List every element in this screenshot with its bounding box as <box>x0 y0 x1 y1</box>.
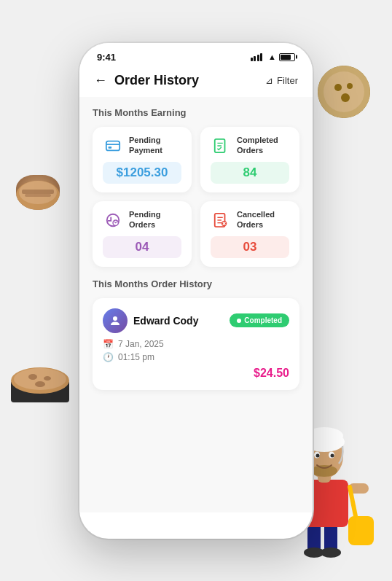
filter-button[interactable]: ⊿ Filter <box>265 75 298 86</box>
user-name: Edward Cody <box>133 315 198 327</box>
status-time: 9:41 <box>97 52 116 63</box>
svg-point-17 <box>324 71 364 112</box>
svg-point-33 <box>304 547 324 558</box>
clock-icon: 🕐 <box>103 352 114 362</box>
stat-label-row: PendingPayment <box>103 136 181 156</box>
svg-rect-24 <box>25 194 51 197</box>
order-date-row: 📅 7 Jan, 2025 <box>103 339 289 349</box>
pending-payment-value: $1205.30 <box>103 162 181 184</box>
svg-point-18 <box>334 84 342 91</box>
filter-label: Filter <box>277 75 298 86</box>
content-area: This Months Earning PendingPayment $1205… <box>79 97 313 512</box>
svg-rect-31 <box>307 520 321 553</box>
stat-card-completed-orders: CompletedOrders 84 <box>200 127 299 192</box>
back-button[interactable]: ← <box>94 73 107 88</box>
pending-payment-label: PendingPayment <box>129 136 162 155</box>
svg-point-47 <box>314 452 320 459</box>
phone-shell: 9:41 ▲ ← Order History ⊿ Filter This <box>79 43 313 539</box>
wifi-icon: ▲ <box>268 52 276 61</box>
svg-point-49 <box>316 454 320 458</box>
svg-point-29 <box>44 376 51 381</box>
order-history-section-title: This Months Order History <box>93 278 299 289</box>
stat-label-row-pending-orders: PendingOrders <box>103 210 181 230</box>
signal-icon <box>251 53 263 61</box>
cancelled-orders-icon <box>211 210 231 230</box>
status-label: Completed <box>244 316 282 324</box>
svg-point-34 <box>321 547 341 558</box>
order-price: $24.50 <box>103 367 289 380</box>
stat-card-pending-orders: PendingOrders 04 <box>93 201 192 267</box>
stat-card-pending-payment: PendingPayment $1205.30 <box>93 127 192 192</box>
svg-line-41 <box>350 487 357 523</box>
pending-orders-value: 04 <box>103 236 181 258</box>
completed-orders-label: CompletedOrders <box>237 136 278 155</box>
svg-rect-43 <box>318 467 331 483</box>
svg-point-16 <box>318 66 370 118</box>
stat-card-cancelled-orders: CancelledOrders 03 <box>200 201 299 267</box>
svg-point-15 <box>113 316 117 321</box>
svg-point-50 <box>331 454 334 458</box>
status-icons: ▲ <box>251 52 295 61</box>
svg-point-26 <box>11 367 69 394</box>
calendar-icon: 📅 <box>103 339 114 349</box>
food-decoration-mid-left <box>16 175 60 210</box>
svg-point-46 <box>311 465 337 477</box>
cancelled-orders-value: 03 <box>211 236 289 258</box>
battery-icon <box>279 53 295 61</box>
svg-point-30 <box>35 381 45 387</box>
pending-payment-icon <box>103 136 123 156</box>
header-left: ← Order History <box>94 73 199 88</box>
svg-point-20 <box>341 93 350 102</box>
svg-point-27 <box>14 368 66 390</box>
svg-rect-25 <box>11 381 69 402</box>
svg-rect-0 <box>106 141 119 150</box>
svg-point-22 <box>19 181 57 204</box>
stats-grid: PendingPayment $1205.30 CompletedO <box>93 127 299 267</box>
order-date: 7 Jan, 2025 <box>118 339 164 349</box>
page-header: ← Order History ⊿ Filter <box>79 67 313 97</box>
order-card: Edward Cody Completed 📅 7 Jan, 2025 🕐 01… <box>93 298 299 390</box>
svg-point-21 <box>16 181 60 210</box>
pending-orders-label: PendingOrders <box>129 210 160 229</box>
filter-icon: ⊿ <box>265 75 273 86</box>
completed-orders-value: 84 <box>211 162 289 184</box>
svg-point-19 <box>347 83 353 89</box>
order-user-info: Edward Cody <box>103 308 198 333</box>
page-title: Order History <box>114 73 199 88</box>
order-top-row: Edward Cody Completed <box>103 308 289 333</box>
svg-point-28 <box>28 374 37 380</box>
user-avatar <box>103 308 128 333</box>
stat-label-row-completed: CompletedOrders <box>211 136 289 156</box>
completed-orders-icon <box>211 136 231 156</box>
svg-rect-32 <box>324 520 337 553</box>
status-dot <box>237 319 241 323</box>
status-badge: Completed <box>230 313 289 327</box>
order-time: 01:15 pm <box>118 352 154 362</box>
svg-rect-23 <box>22 190 54 194</box>
stat-label-row-cancelled: CancelledOrders <box>211 210 289 230</box>
svg-rect-42 <box>348 516 374 545</box>
food-decoration-bottom-left <box>7 362 73 406</box>
order-time-row: 🕐 01:15 pm <box>103 352 289 362</box>
status-bar: 9:41 ▲ <box>79 43 313 67</box>
svg-rect-37 <box>348 483 369 494</box>
cancelled-orders-label: CancelledOrders <box>237 210 275 229</box>
food-decoration-top-right <box>318 66 370 118</box>
earning-section-title: This Months Earning <box>93 107 299 118</box>
order-details: 📅 7 Jan, 2025 🕐 01:15 pm <box>103 339 289 362</box>
svg-point-48 <box>329 452 334 459</box>
svg-rect-2 <box>109 146 112 148</box>
pending-orders-icon <box>103 210 123 230</box>
